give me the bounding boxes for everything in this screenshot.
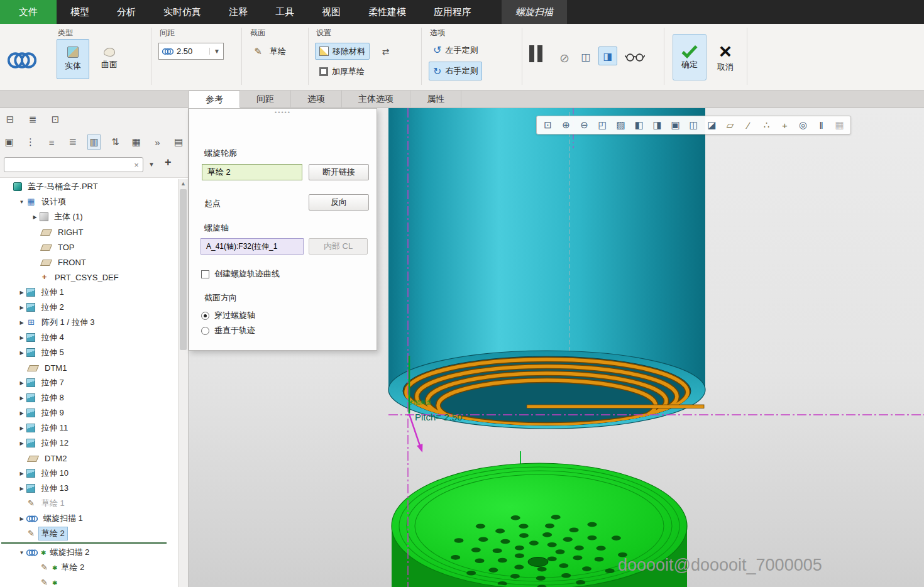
scroll-up-icon[interactable]: ▲ [179,179,188,188]
expand-arrow-icon[interactable]: ▶ [17,305,26,310]
tree-item[interactable]: DTM1 [0,360,178,375]
helix-axis-field[interactable]: A_41(轴):F32(拉伸_1 [201,238,304,255]
expand-arrow-icon[interactable]: ▶ [17,425,26,431]
section-view-icon[interactable]: ◪ [703,117,721,133]
verify-button[interactable] [624,49,646,65]
surface-type-button[interactable]: 曲面 [93,39,126,79]
expand-arrow-icon[interactable]: ▶ [30,214,40,220]
expand-arrow-icon[interactable]: ▶ [17,441,26,446]
tree-item[interactable]: ✎草绘 2 [0,526,178,541]
tree-favorites-icon[interactable]: ⊡ [48,112,63,127]
left-hand-rule-button[interactable]: ↺ 左手定则 [429,41,482,58]
tree-item[interactable]: ✎✱草绘 2 [0,560,178,575]
menu-tab-annotate[interactable]: 注释 [215,0,261,24]
dropdown-caret-icon[interactable]: ▼ [209,48,220,55]
tab-options[interactable]: 选项 [291,91,342,108]
menu-tab-applications[interactable]: 应用程序 [420,0,485,24]
tab-body-options[interactable]: 主体选项 [342,91,410,108]
expand-arrow-icon[interactable]: ▶ [17,395,26,401]
shading-style-icon[interactable]: ◧ [630,117,648,133]
menu-tab-model[interactable]: 模型 [57,0,103,24]
expand-arrow-icon[interactable]: ▶ [17,410,26,416]
right-hand-rule-button[interactable]: ↻ 右手定则 [429,62,482,80]
tree-item[interactable]: ▶拉伸 13 [0,481,178,496]
tree-item[interactable]: ▶主体 (1) [0,209,178,224]
tree-filter-input[interactable] [8,158,130,171]
tree-item[interactable]: ▶⊞阵列 1 / 拉伸 3 [0,315,178,330]
tree-item[interactable]: ▶拉伸 12 [0,436,178,451]
clear-filter-icon[interactable]: × [130,160,143,170]
view-manager-icon[interactable]: ◫ [685,117,703,133]
tree-item[interactable]: ▶拉伸 7 [0,375,178,390]
pitch-dimension-label[interactable]: Pitch= 2.50 [415,412,462,422]
feature-preview-button[interactable]: ◫ [577,48,595,65]
group-columns-icon[interactable]: ▦ [129,134,143,150]
sort-items-icon[interactable]: ⇅ [108,134,122,150]
tab-properties[interactable]: 属性 [410,91,461,108]
expand-arrow-icon[interactable]: ▶ [17,335,26,341]
tab-pitch[interactable]: 间距 [240,91,291,108]
refit-icon[interactable]: ◰ [593,117,612,133]
tree-columns-icon[interactable]: ▥ [87,134,101,150]
normal-to-trajectory-radio-row[interactable]: 垂直于轨迹 [201,325,255,336]
menu-tab-file[interactable]: 文件 [0,0,57,24]
list-detailed-icon[interactable]: ≣ [66,134,80,150]
panel-drag-handle[interactable]: ••••• [189,109,377,116]
tree-item[interactable]: DTM2 [0,451,178,466]
tree-item[interactable]: ✎草绘 1 [0,496,178,511]
expand-arrow-icon[interactable]: ▶ [17,516,26,522]
tree-item[interactable]: ▶拉伸 10 [0,466,178,481]
expand-arrow-icon[interactable]: ▶ [17,320,26,326]
datum-axis-display-icon[interactable]: ∕ [739,117,757,133]
through-axis-radio-row[interactable]: 穿过螺旋轴 [201,310,255,321]
tree-settings-icon[interactable]: ▤ [172,134,185,150]
menu-tab-live-simulation[interactable]: 实时仿真 [150,0,215,24]
create-trajectory-checkbox[interactable] [201,270,209,278]
body-filter-icon[interactable]: ▣ [3,134,16,150]
pause-display-icon[interactable]: ‖ [812,117,830,133]
tree-item[interactable]: ▼▦设计项 [0,194,178,209]
more-options-icon[interactable]: ⋮ [24,134,38,150]
expand-arrow-icon[interactable]: ▶ [17,380,26,386]
tree-item[interactable]: +PRT_CSYS_DEF [0,270,178,285]
tree-item[interactable]: TOP [0,239,178,255]
tree-item[interactable]: ▶拉伸 5 [0,345,178,360]
zoom-in-icon[interactable]: ⊕ [557,117,575,133]
insert-here-indicator[interactable] [1,542,167,544]
tree-item[interactable]: ▶螺旋扫描 1 [0,511,178,526]
zoom-region-icon[interactable]: ⊡ [539,117,557,133]
tree-structure-icon[interactable]: ⊟ [3,112,18,127]
expand-arrow-icon[interactable]: ▶ [17,350,26,356]
flip-material-side-button[interactable]: ⇄ [377,43,394,60]
tree-item[interactable]: ▶拉伸 4 [0,330,178,345]
tree-item[interactable]: ▶拉伸 2 [0,300,178,315]
repaint-icon[interactable]: ▨ [612,117,630,133]
menu-tab-flexible-modeling[interactable]: 柔性建模 [355,0,420,24]
annotation-display-icon[interactable]: ◎ [794,117,812,133]
tree-item[interactable]: FRONT [0,255,178,270]
thicken-sketch-button[interactable]: 加厚草绘 [315,63,369,80]
menu-tab-tools[interactable]: 工具 [261,0,308,24]
point-display-icon[interactable]: ∴ [757,117,776,133]
list-compact-icon[interactable]: ≡ [45,134,58,150]
display-style-icon[interactable]: ◨ [648,117,666,133]
menu-tab-analysis[interactable]: 分析 [103,0,150,24]
tree-scrollbar[interactable]: ▲ [178,179,188,587]
datum-plane-display-icon[interactable]: ▱ [721,117,739,133]
normal-to-trajectory-radio[interactable] [201,327,209,335]
pitch-value-dropdown[interactable]: 2.50 ▼ [158,43,224,60]
pause-button[interactable] [529,45,542,62]
expand-arrow-icon[interactable]: ▼ [17,550,26,556]
solid-type-button[interactable]: 实体 [57,39,89,79]
cylinder-body[interactable] [388,108,705,390]
tab-references[interactable]: 参考 [189,91,240,108]
sketch-section-button[interactable]: ✎ 草绘 [249,43,290,60]
overflow-icon[interactable]: » [151,134,165,150]
tree-item[interactable]: ▼✱螺旋扫描 2 [0,545,178,560]
through-axis-radio[interactable] [201,312,209,320]
cancel-button[interactable]: × 取消 [710,34,740,80]
break-link-button[interactable]: 断开链接 [309,164,369,180]
tree-item[interactable]: RIGHT [0,224,178,239]
tree-item[interactable]: ✎✱ [0,575,178,587]
tree-item[interactable]: ▶拉伸 1 [0,285,178,300]
